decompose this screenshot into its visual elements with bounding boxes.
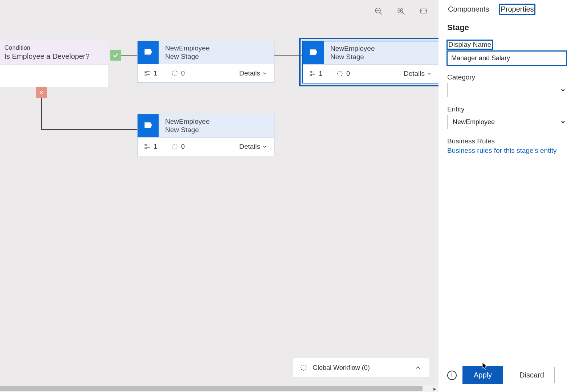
horizontal-scrollbar[interactable]: ▶ xyxy=(0,385,439,392)
stage-flag-icon xyxy=(303,41,324,64)
stage-workflows-count: 0 xyxy=(171,143,185,151)
global-workflow-toggle[interactable]: Global Workflow (0) xyxy=(293,358,430,377)
condition-caption: Condition xyxy=(4,44,103,52)
scroll-right-icon[interactable]: ▶ xyxy=(431,385,439,392)
svg-rect-7 xyxy=(421,9,427,13)
svg-rect-13 xyxy=(145,74,146,75)
stage-entity-label: NewEmployee xyxy=(165,44,210,52)
zoom-in-icon[interactable] xyxy=(396,7,406,16)
svg-rect-23 xyxy=(145,147,146,149)
svg-line-4 xyxy=(402,12,404,15)
global-workflow-label: Global Workflow (0) xyxy=(313,364,370,372)
svg-rect-12 xyxy=(145,71,146,73)
panel-section-title: Stage xyxy=(447,23,566,32)
entity-label: Entity xyxy=(447,105,566,113)
condition-node[interactable]: Condition Is Employee a Developer? xyxy=(0,40,108,87)
svg-rect-18 xyxy=(310,74,311,76)
svg-point-16 xyxy=(172,71,177,75)
connector-line xyxy=(121,55,137,56)
stage-flag-icon xyxy=(138,41,159,64)
stage-card[interactable]: NewEmployee New Stage 1 0 Details xyxy=(137,41,274,83)
canvas-toolbar xyxy=(374,7,428,16)
entity-select[interactable]: NewEmployee xyxy=(447,115,566,129)
stage-details-toggle[interactable]: Details xyxy=(404,70,432,78)
condition-no-icon xyxy=(36,87,47,98)
svg-point-26 xyxy=(172,144,177,149)
stage-name-label: New Stage xyxy=(165,53,210,61)
components-tab[interactable]: Components xyxy=(447,4,490,14)
properties-tab[interactable]: Properties xyxy=(500,4,534,14)
category-select[interactable] xyxy=(447,83,566,97)
display-name-input[interactable] xyxy=(447,51,566,65)
business-rules-label: Business Rules xyxy=(447,137,566,145)
stage-steps-count: 1 xyxy=(144,143,157,151)
connector-line xyxy=(41,98,42,130)
connector-line xyxy=(41,129,138,130)
stage-workflows-count: 0 xyxy=(336,70,350,78)
process-flow-canvas[interactable]: Condition Is Employee a Developer? NewEm… xyxy=(0,0,439,392)
svg-line-1 xyxy=(380,12,382,15)
info-icon[interactable]: i xyxy=(447,371,457,380)
stage-workflows-count: 0 xyxy=(171,70,185,77)
condition-yes-icon xyxy=(110,50,121,61)
stage-entity-label: NewEmployee xyxy=(330,45,375,53)
discard-button[interactable]: Discard xyxy=(509,367,555,383)
apply-button[interactable]: Apply xyxy=(463,367,502,383)
svg-rect-22 xyxy=(145,144,146,146)
properties-panel: Components Properties Stage Display Name… xyxy=(439,0,574,392)
stage-name-label: New Stage xyxy=(165,126,210,134)
stage-steps-count: 1 xyxy=(144,70,157,77)
category-label: Category xyxy=(447,73,566,81)
stage-details-toggle[interactable]: Details xyxy=(239,69,268,77)
business-rules-link[interactable]: Business rules for this stage's entity xyxy=(447,147,566,155)
display-name-label: Display Name xyxy=(447,40,492,49)
stage-card-selected[interactable]: NewEmployee New Stage 1 0 Details xyxy=(302,41,439,83)
svg-point-27 xyxy=(301,365,306,371)
svg-point-21 xyxy=(337,71,342,76)
stage-steps-count: 1 xyxy=(309,70,322,78)
connector-line xyxy=(274,55,302,56)
zoom-out-icon[interactable] xyxy=(374,7,383,16)
svg-rect-17 xyxy=(310,72,311,73)
fit-screen-icon[interactable] xyxy=(419,7,428,16)
chevron-up-icon xyxy=(414,364,421,371)
stage-flag-icon xyxy=(138,114,159,137)
stage-card[interactable]: NewEmployee New Stage 1 0 Details xyxy=(137,114,274,156)
stage-name-label: New Stage xyxy=(330,53,375,61)
stage-entity-label: NewEmployee xyxy=(165,118,210,126)
condition-title: Is Employee a Developer? xyxy=(4,52,103,61)
stage-details-toggle[interactable]: Details xyxy=(239,143,268,151)
